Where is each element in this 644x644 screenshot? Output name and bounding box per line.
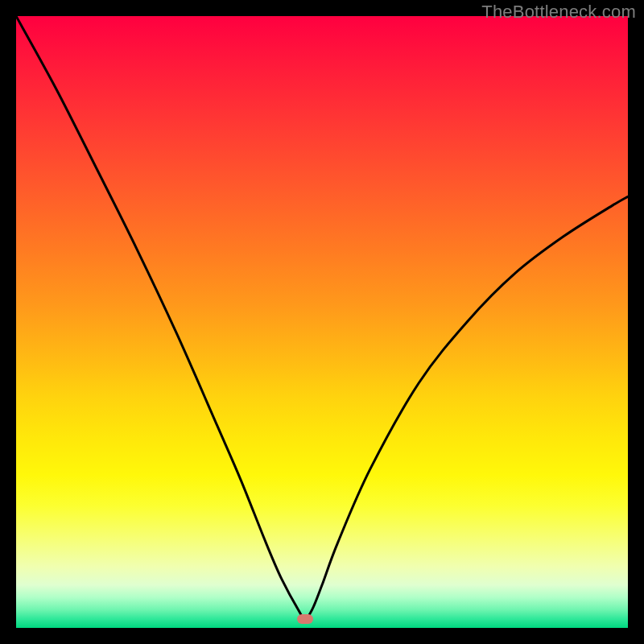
bottleneck-curve (16, 16, 628, 619)
chart-frame: TheBottleneck.com (0, 0, 644, 644)
minimum-marker (297, 614, 313, 624)
watermark-label: TheBottleneck.com (481, 2, 636, 23)
curve-layer (16, 16, 628, 628)
plot-area (16, 16, 628, 628)
